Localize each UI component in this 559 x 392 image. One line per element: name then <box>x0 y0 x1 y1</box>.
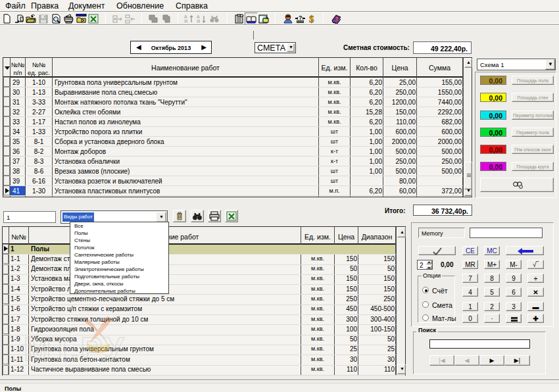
svg-text:?: ? <box>299 14 303 21</box>
svg-text:А: А <box>197 14 200 19</box>
svg-text:А: А <box>184 14 187 19</box>
svg-text:?: ? <box>335 16 338 21</box>
svg-text:Я: Я <box>184 19 187 24</box>
svg-text:Я: Я <box>197 19 200 24</box>
svg-text:$: $ <box>309 14 314 24</box>
